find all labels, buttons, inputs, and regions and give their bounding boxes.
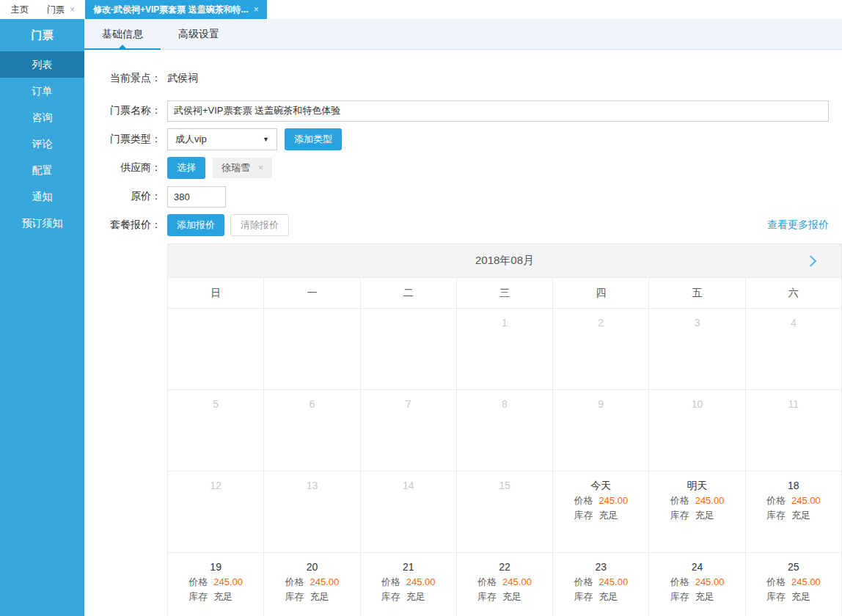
window-tab[interactable]: 主页 xyxy=(3,0,37,19)
calendar-weekday: 一 xyxy=(264,278,360,309)
price-line: 价格245.00 xyxy=(766,575,821,590)
clear-quote-button[interactable]: 清除报价 xyxy=(230,214,289,236)
price-label: 价格 xyxy=(574,576,593,587)
calendar-day-number: 10 xyxy=(649,397,744,411)
calendar-day-number: 21 xyxy=(361,560,456,574)
window-tab-label: 门票 xyxy=(47,4,65,16)
calendar-day-cell[interactable]: 11 xyxy=(745,390,841,472)
content-tab[interactable]: 基础信息 xyxy=(84,19,161,49)
calendar-day-cell[interactable]: 4 xyxy=(745,309,841,390)
price-label: 价格 xyxy=(766,495,786,506)
price-label: 价格 xyxy=(766,576,786,587)
calendar-day-cell[interactable]: 13 xyxy=(264,472,360,553)
sidebar-item-link[interactable]: 预订须知 xyxy=(0,210,84,236)
calendar-day-cell[interactable]: 5 xyxy=(168,390,264,472)
scenic-row: 当前景点： 武侯祠 xyxy=(99,67,842,89)
calendar-day-cell[interactable]: 3 xyxy=(649,309,745,390)
window-tab[interactable]: 门票× xyxy=(39,0,83,19)
stock-label: 库存 xyxy=(574,591,593,602)
stock-value: 充足 xyxy=(695,591,714,602)
calendar-day-cell[interactable]: 今天价格245.00库存充足 xyxy=(553,472,649,553)
price-value: 245.00 xyxy=(310,576,340,587)
calendar-grid: 日一二三四五六 123456789101112131415今天价格245.00库… xyxy=(167,277,842,616)
calendar-day-info: 价格245.00库存充足 xyxy=(381,575,436,604)
stock-line: 库存充足 xyxy=(766,590,821,604)
calendar-day-cell[interactable]: 24价格245.00库存充足 xyxy=(649,553,745,616)
calendar-day-cell[interactable] xyxy=(168,309,264,390)
calendar-day-cell[interactable]: 21价格245.00库存充足 xyxy=(360,553,456,616)
calendar-day-number: 14 xyxy=(361,478,456,493)
content-tab[interactable]: 高级设置 xyxy=(161,19,237,49)
calendar-day-cell[interactable]: 6 xyxy=(264,390,360,472)
next-month-chevron-icon[interactable] xyxy=(805,255,817,267)
window-tab-label: 主页 xyxy=(11,4,29,16)
view-more-quotes-link[interactable]: 查看更多报价 xyxy=(767,219,829,232)
calendar-day-number: 13 xyxy=(264,478,359,493)
calendar-weekday: 五 xyxy=(649,278,745,309)
stock-value: 充足 xyxy=(695,510,714,521)
calendar-day-cell[interactable]: 9 xyxy=(553,390,649,472)
sidebar-item-link[interactable]: 订单 xyxy=(0,78,84,104)
ticket-type-select[interactable]: 成人vip ▼ xyxy=(167,128,277,150)
calendar-day-cell[interactable]: 2 xyxy=(553,309,649,390)
app-shell: 门票 列表订单咨询评论配置通知预订须知 基础信息高级设置 当前景点： 武侯祠 门… xyxy=(0,19,842,616)
calendar-day-number: 今天 xyxy=(553,478,648,493)
stock-line: 库存充足 xyxy=(670,590,725,604)
stock-label: 库存 xyxy=(188,591,208,602)
close-icon[interactable]: × xyxy=(70,5,75,14)
stock-label: 库存 xyxy=(574,510,593,521)
stock-value: 充足 xyxy=(598,591,618,602)
calendar-month-title: 2018年08月 xyxy=(475,254,534,268)
original-price-label: 原价： xyxy=(99,190,161,203)
calendar-day-number: 7 xyxy=(361,397,456,411)
calendar-day-cell[interactable]: 22价格245.00库存充足 xyxy=(456,553,552,616)
add-type-button[interactable]: 添加类型 xyxy=(285,128,342,150)
calendar-day-cell[interactable]: 明天价格245.00库存充足 xyxy=(649,472,745,553)
price-value: 245.00 xyxy=(695,576,725,587)
sidebar-item-active[interactable]: 列表 xyxy=(0,51,84,78)
calendar-day-cell[interactable]: 15 xyxy=(456,472,552,553)
calendar-day-cell[interactable]: 12 xyxy=(168,472,264,553)
stock-label: 库存 xyxy=(766,591,786,602)
calendar-day-cell[interactable]: 7 xyxy=(360,390,456,472)
price-calendar: 2018年08月 日一二三四五六 123456789101112131415今天… xyxy=(167,243,842,616)
window-tab[interactable]: 修改-武侯祠+VIP票套票 送盖碗茶和特...× xyxy=(85,0,267,19)
sidebar-item-link[interactable]: 咨询 xyxy=(0,104,84,131)
supplier-select-button[interactable]: 选择 xyxy=(167,157,205,179)
sidebar-item-link[interactable]: 评论 xyxy=(0,131,84,157)
sidebar-item-link[interactable]: 通知 xyxy=(0,183,84,210)
calendar-day-cell[interactable]: 18价格245.00库存充足 xyxy=(745,472,841,553)
calendar-day-cell[interactable]: 10 xyxy=(649,390,745,472)
form-content: 当前景点： 武侯祠 门票名称： 门票类型： 成人vip ▼ 添加类型 供应商： … xyxy=(84,50,842,616)
ticket-type-label: 门票类型： xyxy=(99,133,161,146)
calendar-day-number: 20 xyxy=(264,560,359,574)
calendar-header: 2018年08月 xyxy=(167,243,842,277)
calendar-day-cell[interactable]: 20价格245.00库存充足 xyxy=(264,553,360,616)
calendar-day-cell[interactable]: 19价格245.00库存充足 xyxy=(168,553,264,616)
calendar-day-number: 23 xyxy=(553,560,648,574)
calendar-day-cell[interactable] xyxy=(360,309,456,390)
calendar-day-cell[interactable]: 14 xyxy=(360,472,456,553)
main-panel: 基础信息高级设置 当前景点： 武侯祠 门票名称： 门票类型： 成人vip ▼ 添… xyxy=(84,19,842,616)
ticket-type-selected-value: 成人vip xyxy=(175,133,207,146)
calendar-day-cell[interactable]: 1 xyxy=(456,309,552,390)
add-quote-button[interactable]: 添加报价 xyxy=(167,214,224,236)
calendar-day-cell[interactable]: 23价格245.00库存充足 xyxy=(553,553,649,616)
tag-remove-icon[interactable]: × xyxy=(258,163,263,173)
close-icon[interactable]: × xyxy=(254,5,259,14)
price-value: 245.00 xyxy=(598,495,628,506)
calendar-day-cell[interactable]: 8 xyxy=(456,390,552,472)
calendar-day-cell[interactable]: 25价格245.00库存充足 xyxy=(745,553,841,616)
stock-label: 库存 xyxy=(381,591,400,602)
calendar-day-number: 12 xyxy=(168,478,263,493)
sidebar-item-link[interactable]: 配置 xyxy=(0,157,84,183)
price-line: 价格245.00 xyxy=(670,494,725,508)
original-price-input[interactable] xyxy=(167,186,226,208)
price-label: 价格 xyxy=(477,576,497,587)
calendar-day-number: 6 xyxy=(264,397,359,411)
ticket-name-input[interactable] xyxy=(167,100,829,122)
stock-value: 充足 xyxy=(502,591,521,602)
ticket-name-label: 门票名称： xyxy=(99,104,161,117)
calendar-day-cell[interactable] xyxy=(264,309,360,390)
stock-line: 库存充足 xyxy=(574,590,628,604)
